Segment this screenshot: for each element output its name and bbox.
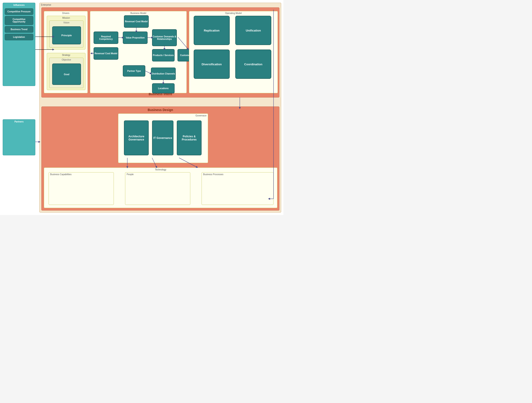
technology-section: Technology Business Capabilities People … xyxy=(44,168,277,208)
business-processes-box: Business Processes xyxy=(202,172,273,205)
people-title: People xyxy=(125,172,190,176)
required-competency-box[interactable]: Required Competency xyxy=(94,32,118,44)
competitive-pressure-box[interactable]: Competitive Pressure xyxy=(5,8,33,15)
diagram-root: Influences Competitive Pressure Competit… xyxy=(0,0,283,215)
it-governance-box[interactable]: IT Governance xyxy=(152,120,173,155)
legislation-box[interactable]: Legislation xyxy=(5,34,33,40)
business-intent-panel: Drivers Mission Vision Principle Strateg… xyxy=(41,7,279,98)
operating-model-title: Operating Model xyxy=(189,11,278,15)
revenue-cost-top-box[interactable]: Revenue/ Cost Model xyxy=(124,15,149,28)
enterprise-title: Enterprise xyxy=(40,3,281,7)
partners-title: Partners xyxy=(3,120,35,124)
mission-title: Mission xyxy=(47,16,85,20)
partners-panel: Partners xyxy=(3,119,35,155)
objective-title: Objective xyxy=(50,58,83,62)
mission-group: Mission Vision Principle xyxy=(47,16,85,50)
replication-box[interactable]: Replication xyxy=(194,16,230,45)
enterprise-panel: Enterprise Drivers Mission Vision Princi… xyxy=(39,3,281,213)
business-design-panel: Business Design Governace Architecture G… xyxy=(41,106,279,210)
principle-box[interactable]: Principle xyxy=(52,26,81,44)
unification-box[interactable]: Unification xyxy=(235,16,271,45)
revenue-cost-bottom-box[interactable]: Revenue/ Cost Model xyxy=(94,47,118,60)
governance-section: Governace Architecture Governance IT Gov… xyxy=(118,113,208,163)
customer-demands-box[interactable]: Customer Demands & Relationships xyxy=(152,29,177,46)
svg-line-6 xyxy=(145,71,151,74)
drivers-title: Drivers xyxy=(44,11,88,15)
policies-procedures-box[interactable]: Policies & Procedures xyxy=(177,120,202,155)
goal-box[interactable]: Goal xyxy=(52,64,81,85)
objective-group: Objective Goal xyxy=(49,58,83,88)
business-capabilities-box: Business Capabilities xyxy=(49,172,114,205)
business-intent-label: Business Intent xyxy=(149,92,172,96)
business-processes-title: Business Processes xyxy=(202,172,273,176)
competitive-opportunity-box[interactable]: Competitive Opportunity xyxy=(5,16,33,25)
business-model-section: Business Model Revenue/ Cost Model Requi… xyxy=(90,11,187,93)
influences-panel: Influences Competitive Pressure Competit… xyxy=(3,3,35,86)
distribution-channels-box[interactable]: Distribution Channels xyxy=(151,68,176,80)
value-proposition-box[interactable]: Value Proposition xyxy=(123,32,148,44)
partner-type-box[interactable]: Partner Type xyxy=(123,65,145,77)
strategy-group: Strategy Objective Goal xyxy=(47,53,85,90)
coordination-box[interactable]: Coordination xyxy=(235,50,271,79)
business-capabilities-title: Business Capabilities xyxy=(49,172,114,176)
business-trend-box[interactable]: Business Trend xyxy=(5,26,33,33)
svg-line-4 xyxy=(178,37,188,49)
vision-title: Vision xyxy=(50,21,83,25)
technology-title: Technology xyxy=(44,168,277,172)
business-design-label: Business Design xyxy=(148,108,173,112)
governance-title: Governace xyxy=(118,114,208,117)
diversification-box[interactable]: Diversification xyxy=(194,50,230,79)
influences-title: Influences xyxy=(3,3,35,7)
people-box: People xyxy=(125,172,190,205)
strategy-title: Strategy xyxy=(47,53,85,57)
arch-governance-box[interactable]: Architecture Governance xyxy=(124,120,149,155)
products-services-box[interactable]: Products / Services xyxy=(152,49,175,61)
operating-model-section: Operating Model Replication Unification … xyxy=(189,11,278,93)
drivers-section: Drivers Mission Vision Principle Strateg… xyxy=(44,11,88,93)
business-model-title: Business Model xyxy=(90,11,186,15)
vision-group: Vision Principle xyxy=(49,20,83,47)
locations-box[interactable]: Locations xyxy=(152,83,175,93)
